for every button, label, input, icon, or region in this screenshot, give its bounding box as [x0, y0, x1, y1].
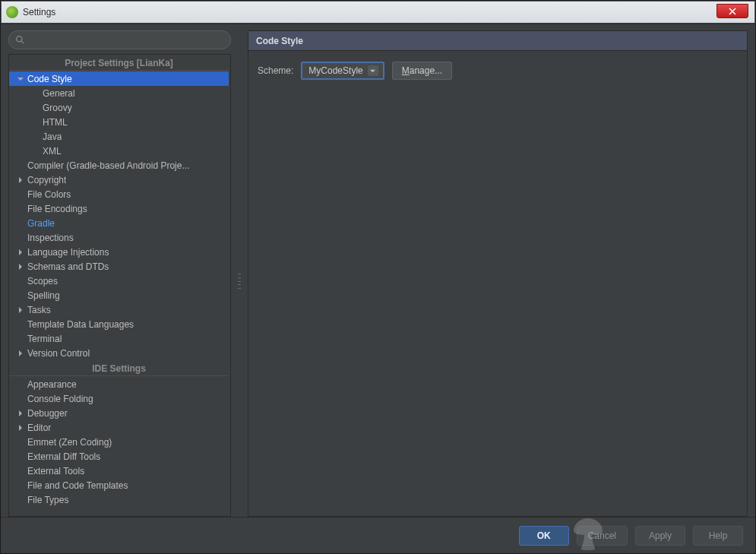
tree-item[interactable]: Version Control — [9, 346, 229, 360]
search-icon — [15, 35, 25, 45]
chevron-right-icon — [17, 306, 24, 314]
tree-item[interactable]: Scopes — [9, 274, 229, 288]
tree-item[interactable]: HTML — [9, 115, 229, 129]
search-field-wrap[interactable] — [8, 30, 231, 49]
ok-button[interactable]: OK — [519, 526, 569, 546]
tree-item-label: Groovy — [43, 103, 72, 113]
tree-item[interactable]: Java — [9, 129, 229, 144]
tree-item-label: File Encodings — [27, 204, 87, 214]
apply-button[interactable]: Apply — [635, 526, 685, 546]
settings-tree: Project Settings [LianKa] Code StyleGene… — [8, 54, 231, 517]
tree-item-label: XML — [43, 146, 62, 157]
scheme-value: MyCodeStyle — [308, 65, 362, 76]
section-header-ide: IDE Settings — [9, 360, 229, 376]
tree-item-label: Debugger — [27, 408, 68, 419]
tree-item-label: Code Style — [27, 74, 72, 84]
section-header-project: Project Settings [LianKa] — [9, 55, 229, 71]
app-icon — [6, 6, 18, 18]
tree-item[interactable]: Copyright — [9, 173, 229, 187]
tree-item-label: Gradle — [27, 218, 55, 229]
tree-item-label: External Diff Tools — [27, 451, 100, 462]
tree-item[interactable]: General — [9, 86, 229, 100]
cancel-button[interactable]: Cancel — [577, 526, 628, 546]
chevron-right-icon — [17, 263, 24, 271]
chevron-right-icon — [17, 424, 24, 432]
tree-item[interactable]: File Types — [9, 492, 229, 507]
settings-tree-scroll[interactable]: Project Settings [LianKa] Code StyleGene… — [9, 55, 230, 516]
tree-item[interactable]: Debugger — [9, 406, 229, 420]
tree-item-label: Appearance — [27, 379, 77, 390]
tree-item-label: File Types — [27, 495, 68, 505]
tree-item[interactable]: Spelling — [9, 288, 229, 302]
tree-item-label: Console Folding — [27, 394, 93, 404]
tree-item[interactable]: Schemas and DTDs — [9, 259, 229, 274]
tree-item-label: Java — [43, 131, 62, 142]
panel-title: Code Style — [248, 31, 747, 51]
help-button[interactable]: Help — [693, 526, 743, 546]
tree-item[interactable]: File Encodings — [9, 201, 229, 216]
tree-item-label: Template Data Languages — [27, 319, 134, 330]
tree-item[interactable]: File and Code Templates — [9, 478, 229, 492]
tree-item[interactable]: Inspections — [9, 230, 229, 245]
tree-item-label: Editor — [27, 423, 51, 433]
chevron-right-icon — [17, 350, 24, 357]
tree-item[interactable]: Code Style — [9, 71, 229, 86]
tree-item-label: HTML — [43, 117, 68, 128]
tree-item[interactable]: Template Data Languages — [9, 317, 229, 331]
tree-item[interactable]: Groovy — [9, 100, 229, 115]
tree-item[interactable]: Terminal — [9, 331, 229, 346]
tree-item[interactable]: XML — [9, 144, 229, 158]
tree-item-label: Version Control — [27, 348, 90, 359]
chevron-down-icon — [17, 75, 24, 83]
tree-item[interactable]: Tasks — [9, 302, 229, 317]
tree-item[interactable]: Language Injections — [9, 245, 229, 259]
manage-button[interactable]: Manage... — [392, 62, 452, 80]
tree-item-label: Compiler (Gradle-based Android Proje... — [27, 160, 189, 171]
tree-item[interactable]: Gradle — [9, 216, 229, 230]
scheme-combo[interactable]: MyCodeStyle — [301, 62, 384, 80]
tree-item-label: Language Injections — [27, 247, 109, 258]
tree-item-label: File Colors — [27, 189, 71, 200]
tree-item[interactable]: External Diff Tools — [9, 449, 229, 464]
chevron-right-icon — [17, 249, 24, 256]
tree-item-label: File and Code Templates — [27, 480, 128, 491]
svg-point-0 — [17, 36, 22, 42]
search-input[interactable] — [30, 35, 224, 46]
tree-item[interactable]: Compiler (Gradle-based Android Proje... — [9, 158, 229, 173]
titlebar: Settings — [1, 1, 755, 24]
close-button[interactable] — [716, 4, 748, 18]
splitter[interactable] — [237, 30, 242, 517]
chevron-right-icon — [17, 410, 24, 417]
tree-item-label: Tasks — [27, 305, 51, 315]
scheme-label: Scheme: — [258, 65, 293, 76]
svg-line-1 — [21, 41, 24, 43]
tree-item[interactable]: Console Folding — [9, 391, 229, 406]
tree-item-label: Terminal — [27, 334, 62, 344]
tree-item-label: Copyright — [27, 175, 66, 185]
tree-item-label: Scopes — [27, 276, 58, 286]
tree-item-label: Spelling — [27, 290, 60, 301]
tree-item-label: Emmet (Zen Coding) — [27, 437, 112, 448]
tree-item[interactable]: Appearance — [9, 377, 229, 391]
close-icon — [729, 8, 736, 15]
tree-item[interactable]: External Tools — [9, 464, 229, 478]
tree-item[interactable]: Editor — [9, 420, 229, 435]
tree-item[interactable]: Emmet (Zen Coding) — [9, 435, 229, 449]
tree-item-label: External Tools — [27, 466, 84, 476]
tree-item-label: General — [43, 88, 75, 99]
bottom-bar: OK Cancel Apply Help — [1, 517, 755, 553]
tree-item-label: Inspections — [27, 233, 74, 243]
window-title: Settings — [23, 7, 55, 17]
chevron-right-icon — [17, 176, 24, 184]
tree-item-label: Schemas and DTDs — [27, 261, 109, 272]
chevron-down-icon — [368, 65, 378, 76]
tree-item[interactable]: File Colors — [9, 187, 229, 201]
